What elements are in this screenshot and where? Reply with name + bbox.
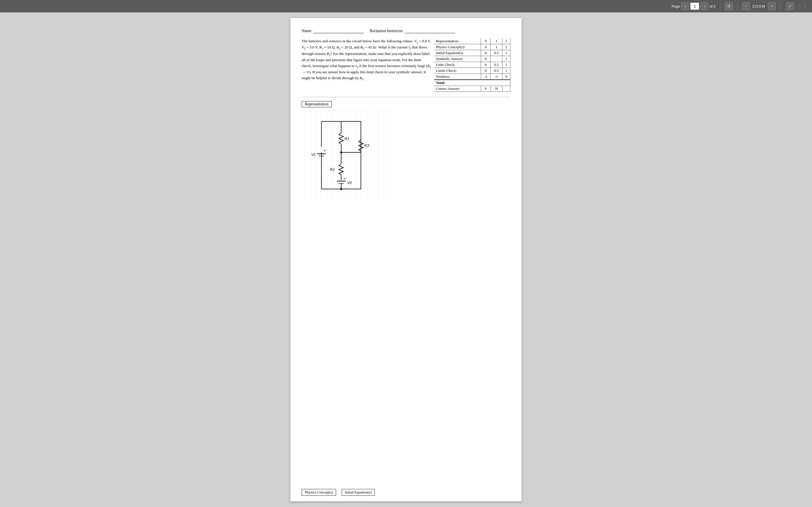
table-row: Units Check: 0 0.5 1	[434, 62, 510, 68]
cell-0: 0	[481, 68, 491, 74]
correct-y: Y	[481, 86, 491, 92]
total-row: Total:	[434, 80, 510, 86]
scoring-column: Representation: 0 1 2 Physics Concept(s)…	[434, 38, 510, 92]
v2-label: V2	[347, 180, 352, 185]
cell-2: 1	[502, 50, 510, 56]
cell-1	[491, 56, 502, 62]
cell-0: 0	[481, 62, 491, 68]
row-label: Physics Concept(s):	[434, 44, 481, 50]
name-underline[interactable]	[313, 28, 364, 33]
table-row: Representation: 0 1 2	[434, 38, 510, 44]
row-label: Neatness:	[434, 74, 481, 80]
cell-0: 0	[481, 44, 491, 50]
page-label: Page	[672, 4, 680, 8]
row-label: Symbolic Answer:	[434, 56, 481, 62]
page-number-input[interactable]	[690, 3, 699, 10]
correct-n: N	[491, 86, 502, 92]
page-of-label: of 2	[709, 4, 716, 8]
instructor-field: Recitation Instructor:	[370, 28, 455, 33]
divider-3	[780, 2, 780, 10]
r2-label: R2	[330, 167, 335, 172]
name-field: Name:	[302, 28, 364, 33]
cell-1: 0.5	[491, 68, 502, 74]
divider-1	[720, 2, 720, 10]
total-label: Total:	[434, 80, 510, 86]
representation-section: Representation	[302, 101, 510, 202]
cell-0: 0	[481, 38, 491, 44]
row-label: Initial Equation(s):	[434, 50, 481, 56]
next-page-button[interactable]: ›	[700, 2, 708, 10]
bottom-boxes: Physics Concept(s) Initial Equation(s)	[302, 489, 510, 496]
v1-label: V1	[311, 152, 316, 157]
row-label: Units Check:	[434, 62, 481, 68]
cell-1: -1	[491, 74, 502, 80]
table-row: Symbolic Answer: 0 1	[434, 56, 510, 62]
name-instructor-line: Name: Recitation Instructor:	[302, 28, 510, 33]
circuit-svg: + R1	[305, 110, 395, 200]
divider-2	[737, 2, 738, 10]
correct-answer-row: Correct Answer: Y N	[434, 86, 510, 92]
table-row: Neatness: -2 -1 0	[434, 74, 510, 80]
refresh-button[interactable]: ↺	[725, 2, 733, 10]
physics-concept-box: Physics Concept(s)	[302, 489, 336, 496]
correct-empty	[502, 86, 510, 92]
cell-2: 2	[502, 44, 510, 50]
r3-label: R3	[364, 144, 369, 148]
zoom-label: ZOOM	[752, 4, 765, 8]
instructor-underline[interactable]	[405, 28, 455, 33]
correct-answer-label: Correct Answer:	[434, 86, 481, 92]
prev-page-button[interactable]: ‹	[681, 2, 689, 10]
more-options: ⋮⋮	[797, 3, 808, 9]
scoring-table: Representation: 0 1 2 Physics Concept(s)…	[434, 38, 510, 92]
toolbar: Page ‹ › of 2 ↺ − ZOOM + ⤢ ⋮⋮	[0, 0, 812, 12]
content-area: Name: Recitation Instructor: The batteri…	[0, 12, 812, 507]
cell-2: 1	[502, 62, 510, 68]
initial-equation-box: Initial Equation(s)	[342, 489, 375, 496]
problem-text-column: The batteries and resistors in the circu…	[302, 38, 434, 92]
cell-2: 1	[502, 56, 510, 62]
page-navigation: Page ‹ › of 2	[672, 2, 716, 10]
cell-0: 0	[481, 56, 491, 62]
problem-text: The batteries and resistors in the circu…	[302, 38, 432, 82]
cell-1: 1	[491, 44, 502, 50]
main-columns: The batteries and resistors in the circu…	[302, 38, 510, 92]
table-row: Limits Check: 0 0.5 1	[434, 68, 510, 74]
representation-label: Representation	[302, 101, 332, 107]
zoom-in-button[interactable]: +	[768, 2, 776, 10]
page-sheet: Name: Recitation Instructor: The batteri…	[290, 18, 522, 501]
table-row: Physics Concept(s): 0 1 2	[434, 44, 510, 50]
cell-1: 0.5	[491, 62, 502, 68]
cell-0: 0	[481, 50, 491, 56]
cell-0: -2	[481, 74, 491, 80]
cell-2: 1	[502, 68, 510, 74]
expand-button[interactable]: ⤢	[786, 2, 794, 10]
junction-bottom	[340, 188, 342, 190]
r1-label: R1	[345, 136, 349, 141]
name-label: Name:	[302, 29, 312, 33]
cell-1: 0.5	[491, 50, 502, 56]
zoom-out-button[interactable]: −	[742, 2, 750, 10]
v2-plus: +	[343, 177, 346, 181]
circuit-diagram: + R1	[305, 110, 510, 202]
cell-1: 1	[491, 38, 502, 44]
v1-plus: +	[324, 149, 326, 153]
row-label: Limits Check:	[434, 68, 481, 74]
section-divider	[302, 97, 510, 97]
table-row: Initial Equation(s): 0 0.5 1	[434, 50, 510, 56]
cell-2: 0	[502, 74, 510, 80]
grid-bg	[305, 110, 395, 200]
row-label: Representation:	[434, 38, 481, 44]
cell-2: 2	[502, 38, 510, 44]
instructor-label: Recitation Instructor:	[370, 29, 403, 33]
